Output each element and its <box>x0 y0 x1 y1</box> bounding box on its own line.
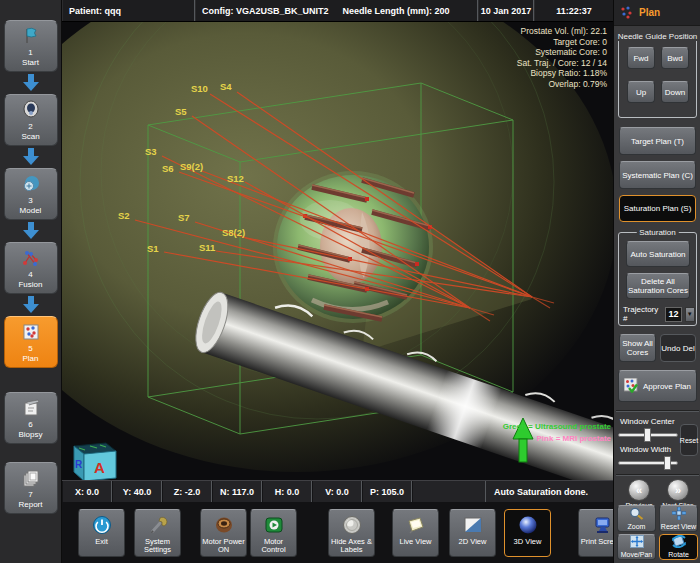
reset-view-icon <box>672 507 686 522</box>
magnifier-icon <box>629 507 644 522</box>
stat-line: Biopsy Ratio: 1.18% <box>517 68 607 79</box>
window-center-slider[interactable] <box>618 428 678 442</box>
trajectory-label: S2 <box>118 210 130 221</box>
rotate-icon <box>671 535 687 550</box>
config-value: Config: VGA2USB_BK_UNIT2 <box>202 6 329 16</box>
step-number: 2 <box>28 122 32 131</box>
sidebar-item-plan[interactable]: 5 Plan <box>4 316 58 368</box>
step-number: 7 <box>28 490 32 499</box>
trajectory-label: S8(2) <box>222 227 245 238</box>
move-pan-label: Move/Pan <box>621 550 653 559</box>
lamp-icon <box>406 514 426 536</box>
plan-scatter-icon <box>620 5 634 21</box>
needle-fwd-button[interactable]: Fwd <box>627 47 655 69</box>
toolbar-label: Motor Control <box>251 538 296 554</box>
3d-sphere-icon <box>518 514 538 536</box>
trajectory-label: S7 <box>178 212 190 223</box>
toolbar-label: Live View <box>400 538 432 546</box>
top-info-bar: Patient: qqq Config: VGA2USB_BK_UNIT2 Ne… <box>62 0 613 22</box>
needle-bwd-button[interactable]: Bwd <box>661 47 689 69</box>
panel-header: Plan <box>614 0 700 26</box>
auto-saturation-button[interactable]: Auto Saturation <box>626 241 690 267</box>
sidebar-item-scan[interactable]: 2 Scan <box>4 94 58 146</box>
trajectory-label: S4 <box>220 81 232 92</box>
delete-all-saturation-cores-button[interactable]: Delete All Saturation Cores <box>626 273 690 299</box>
sidebar-item-report[interactable]: 7 Report <box>4 462 58 514</box>
report-pages-icon <box>21 467 41 489</box>
window-width-slider[interactable] <box>618 456 678 470</box>
status-message: Auto Saturation done. <box>486 481 613 502</box>
trajectory-label: S9(2) <box>180 161 203 172</box>
window-reset-button[interactable]: Reset <box>680 424 698 456</box>
print-screen-icon <box>592 514 612 536</box>
toolbar-label: Hide Axes & Labels <box>329 538 374 554</box>
move-pan-button[interactable]: Move/Pan <box>617 534 656 560</box>
flow-arrow-icon <box>23 72 39 94</box>
svg-text:R: R <box>75 459 83 470</box>
stat-line: Overlap: 0.79% <box>517 79 607 90</box>
time-field: 11:22:37 <box>534 0 613 21</box>
coord-h: H: 0.0 <box>262 481 312 502</box>
3d-view-button[interactable]: 3D View <box>504 509 551 557</box>
sidebar-item-model[interactable]: 3 Model <box>4 168 58 220</box>
trajectory-number-select[interactable]: 12 <box>665 307 681 322</box>
coord-v: V: 0.0 <box>312 481 362 502</box>
needle-up-button[interactable]: Up <box>627 81 655 103</box>
step-number: 4 <box>28 270 32 279</box>
bottom-toolbar: Exit System Settings Motor Power ON Moto… <box>62 502 613 563</box>
motor-control-button[interactable]: Motor Control <box>250 509 297 557</box>
legend-ultrasound: Green = Ultrasound prostate <box>503 422 612 431</box>
2d-view-button[interactable]: 2D View <box>449 509 496 557</box>
needle-length-value: Needle Length (mm): 200 <box>343 6 450 16</box>
coord-x: X: 0.0 <box>62 481 112 502</box>
flow-arrow-icon <box>23 294 39 316</box>
sidebar-item-biopsy[interactable]: 6 Biopsy <box>4 392 58 444</box>
flag-icon <box>21 25 41 47</box>
3d-scene: S10 S4 S5 S3 S6 S9(2) S12 S2 S7 S8(2) S1… <box>62 22 613 480</box>
live-view-button[interactable]: Live View <box>392 509 439 557</box>
sidebar-item-fusion[interactable]: 4 Fusion <box>4 242 58 294</box>
trajectory-label: Trajectory # <box>623 305 662 323</box>
needle-guide-group: Needle Guide Position Fwd Bwd Up Down <box>618 36 697 118</box>
trajectory-dropdown-button[interactable]: ▼ <box>685 307 695 322</box>
saturation-plan-button[interactable]: Saturation Plan (S) <box>619 195 696 222</box>
saturation-title: Saturation <box>636 228 678 237</box>
show-all-cores-button[interactable]: Show All Cores <box>619 334 656 362</box>
needle-down-button[interactable]: Down <box>661 81 689 103</box>
coord-y: Y: 40.0 <box>112 481 162 502</box>
trajectory-label: S11 <box>199 242 216 253</box>
probe-icon <box>21 99 41 121</box>
hide-axes-labels-button[interactable]: Hide Axes & Labels <box>328 509 375 557</box>
reset-view-button[interactable]: Reset View <box>659 505 698 532</box>
3d-viewport[interactable]: S10 S4 S5 S3 S6 S9(2) S12 S2 S7 S8(2) S1… <box>62 22 613 480</box>
sidebar-item-start[interactable]: 1 Start <box>4 20 58 72</box>
toolbar-label: System Settings <box>135 538 180 554</box>
workflow-sidebar: 1 Start 2 Scan 3 Model <box>0 0 62 563</box>
undo-del-button[interactable]: Undo Del <box>660 334 696 362</box>
toolbar-label: Motor Power ON <box>201 538 246 554</box>
rotate-button[interactable]: Rotate <box>659 534 698 560</box>
zoom-button[interactable]: Zoom <box>617 505 656 532</box>
step-label: Plan <box>22 354 38 363</box>
step-label: Start <box>22 58 39 67</box>
step-label: Biopsy <box>18 430 42 439</box>
coord-z: Z: -2.0 <box>162 481 212 502</box>
plan-control-panel: Plan Needle Guide Position Fwd Bwd Up Do… <box>613 0 700 563</box>
fusion-scatter-icon <box>21 247 41 269</box>
trajectory-label: S1 <box>147 243 159 254</box>
trajectory-label: S12 <box>227 173 244 184</box>
stat-line: Sat. Traj. / Core: 12 / 14 <box>517 58 607 69</box>
coord-n: N: 117.0 <box>212 481 262 502</box>
approve-plan-button[interactable]: Approve Plan <box>618 370 697 402</box>
flow-arrow-icon <box>23 146 39 168</box>
motor-power-button[interactable]: Motor Power ON <box>200 509 247 557</box>
coordinate-status-bar: X: 0.0 Y: 40.0 Z: -2.0 N: 117.0 H: 0.0 V… <box>62 480 613 502</box>
step-label: Fusion <box>18 280 42 289</box>
system-settings-button[interactable]: System Settings <box>134 509 181 557</box>
target-plan-button[interactable]: Target Plan (T) <box>619 127 696 155</box>
systematic-plan-button[interactable]: Systematic Plan (C) <box>619 161 696 189</box>
reset-view-label: Reset View <box>661 522 696 531</box>
next-slice-icon: » <box>667 479 689 501</box>
exit-button[interactable]: Exit <box>78 509 125 557</box>
zoom-label: Zoom <box>628 522 646 531</box>
